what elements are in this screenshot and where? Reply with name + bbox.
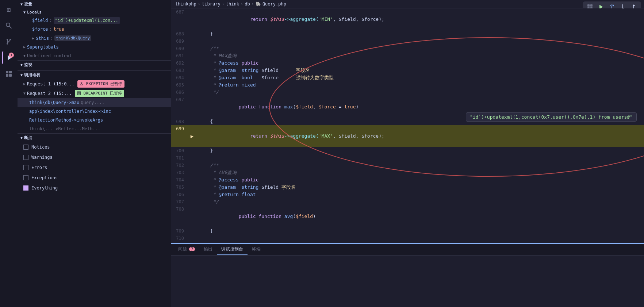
crumb-db[interactable]: db (245, 1, 250, 7)
svg-point-2 (7, 39, 8, 40)
bp-warnings-label: Warnings (31, 153, 53, 161)
line-num-694: 694 (171, 74, 188, 81)
crumb-thinkphp[interactable]: thinkphp (175, 1, 196, 7)
line-num-687: 687 (171, 8, 188, 30)
stack-frame-1[interactable]: think\db\Query->max Query.... (18, 98, 171, 107)
code-line-707: 707 */ (171, 198, 644, 206)
code-line-688: 688 } (171, 30, 644, 38)
undefined-group[interactable]: ▼ Undefined context (18, 51, 171, 60)
stack-request-1[interactable]: ▶ Request 1 (15:0... 因 EXCEPTION 已暂停 (18, 79, 171, 89)
line-content-691: * MAX查询 (196, 52, 644, 60)
var-field-name: $field (32, 17, 48, 24)
line-content-708: public function avg($field) (196, 206, 644, 227)
code-line-709: 709 { (171, 227, 644, 235)
bp-exceptions-checkbox[interactable] (23, 175, 28, 180)
svg-point-4 (7, 43, 8, 45)
editor-wrapper: 687 return $this->aggregate('MIN', $fiel… (171, 8, 644, 307)
explorer-icon[interactable]: ⊞ (2, 3, 15, 16)
code-line-700: 700 } (171, 147, 644, 154)
bp-notices-checkbox[interactable] (23, 145, 28, 150)
line-num-698: 698 (171, 118, 188, 125)
line-num-693: 693 (171, 67, 188, 74)
bp-everything-label: Everything (31, 184, 58, 192)
tab-problems-label: 问题 (178, 246, 187, 252)
variables-chevron: ▼ (20, 2, 23, 6)
line-content-700: } (196, 147, 644, 154)
breakpoints-label: 断点 (24, 135, 32, 141)
request2-badge: 因 BREAKPOINT 已暂停 (75, 90, 124, 97)
tab-terminal[interactable]: 终端 (248, 244, 265, 255)
search-icon[interactable] (2, 19, 15, 32)
stack-frame-3[interactable]: ReflectionMethod->invokeArgs (18, 116, 171, 124)
bp-everything-checkbox[interactable] (23, 185, 28, 191)
line-content-701 (196, 154, 644, 162)
tab-output-label: 输出 (204, 246, 212, 252)
bp-errors-checkbox[interactable] (23, 165, 28, 170)
tab-problems[interactable]: 问题 7 (174, 244, 199, 255)
var-field: $field : "id`)+updatexml(1,con... (23, 16, 171, 25)
frame3-fn: ReflectionMethod->invokeArgs (29, 116, 103, 124)
code-line-690: 690 /** (171, 45, 644, 52)
line-num-692: 692 (171, 60, 188, 67)
tooltip-text: "id`)+updatexml(1,concat(0x7,user(),0x7e… (470, 114, 633, 120)
crumb-library[interactable]: library (202, 1, 221, 7)
stack-request-2[interactable]: ▼ Request 2 (15:... 因 BREAKPOINT 已暂停 (18, 89, 171, 98)
breakpoints-section: ▼ 断点 Notices Warnings Errors Exceptions … (18, 134, 171, 307)
stack-frame-4[interactable]: think\...->Reflec...Meth... (18, 124, 171, 133)
var-force-name: $force (32, 26, 48, 33)
line-num-688: 688 (171, 30, 188, 38)
file-icon: 🐘 (256, 1, 261, 7)
breakpoints-header[interactable]: ▼ 断点 (18, 134, 171, 142)
locals-header[interactable]: ▼ Locals (23, 8, 171, 16)
line-num-695: 695 (171, 81, 188, 89)
tab-debug-console-label: 调试控制台 (221, 246, 243, 252)
line-num-707: 707 (171, 198, 188, 206)
bp-notices-label: Notices (31, 143, 50, 151)
line-content-693: * @param string $field 字段名 (196, 67, 644, 74)
bottom-tabs: 问题 7 输出 调试控制台 终端 (171, 244, 644, 256)
line-content-710: return $this->aggregate('AVG', $field, t… (196, 235, 644, 243)
extensions-icon[interactable] (2, 67, 15, 80)
git-icon[interactable] (2, 35, 15, 48)
debug-badge: 1 (9, 53, 14, 58)
activity-bar: ⊞ 1 (0, 0, 18, 307)
line-num-691: 691 (171, 52, 188, 60)
line-content-705: * @param string $field 字段名 (196, 184, 644, 191)
request1-name: Request 1 (15:0... (27, 80, 74, 88)
stack-frame-2[interactable]: app\index\controller\Index->inc (18, 107, 171, 116)
left-panel: ▼ 变量 ▼ Locals $field : "id`)+updatexml(1… (18, 0, 171, 307)
line-content-704: * @access public (196, 176, 644, 184)
tab-debug-console[interactable]: 调试控制台 (217, 244, 248, 255)
line-num-709: 709 (171, 227, 188, 235)
callstack-label: 调用堆栈 (24, 72, 40, 78)
locals-chevron: ▼ (23, 10, 26, 14)
undefined-label: Undefined context (27, 52, 72, 60)
crumb-file[interactable]: Query.php (262, 1, 286, 7)
svg-rect-12 (587, 4, 590, 7)
var-this-chevron: ▶ (32, 35, 34, 42)
line-content-689 (196, 38, 644, 45)
superglobals-group[interactable]: ▶ Superglobals (18, 43, 171, 51)
callstack-header[interactable]: ▼ 调用堆栈 (18, 71, 171, 79)
code-line-696: 696 */ (171, 89, 644, 96)
main-area: thinkphp › library › think › db › 🐘 Quer… (171, 0, 644, 307)
var-this: ▶ $this : think\db\Query (23, 34, 171, 43)
request1-badge: 因 EXCEPTION 已暂停 (77, 80, 124, 88)
line-content-702: /** (196, 162, 644, 169)
crumb-think[interactable]: think (226, 1, 239, 7)
breakpoints-chevron: ▼ (20, 136, 23, 140)
variables-header[interactable]: ▼ 变量 (18, 0, 171, 8)
debug-icon[interactable]: 1 (2, 51, 15, 64)
tab-output[interactable]: 输出 (199, 244, 217, 255)
code-area[interactable]: 687 return $this->aggregate('MIN', $fiel… (171, 8, 644, 243)
line-content-688: } (196, 30, 644, 38)
variables-label: 变量 (24, 1, 32, 7)
bp-exceptions-label: Exceptions (31, 174, 58, 182)
debug-console-content[interactable] (171, 256, 644, 307)
line-content-706: * @return float (196, 191, 644, 198)
monitor-header[interactable]: ▼ 监视 (18, 61, 171, 69)
svg-rect-13 (590, 4, 593, 7)
bp-warnings-checkbox[interactable] (23, 155, 28, 160)
breadcrumb: thinkphp › library › think › db › 🐘 Quer… (175, 1, 286, 7)
line-num-697: 697 (171, 96, 188, 118)
